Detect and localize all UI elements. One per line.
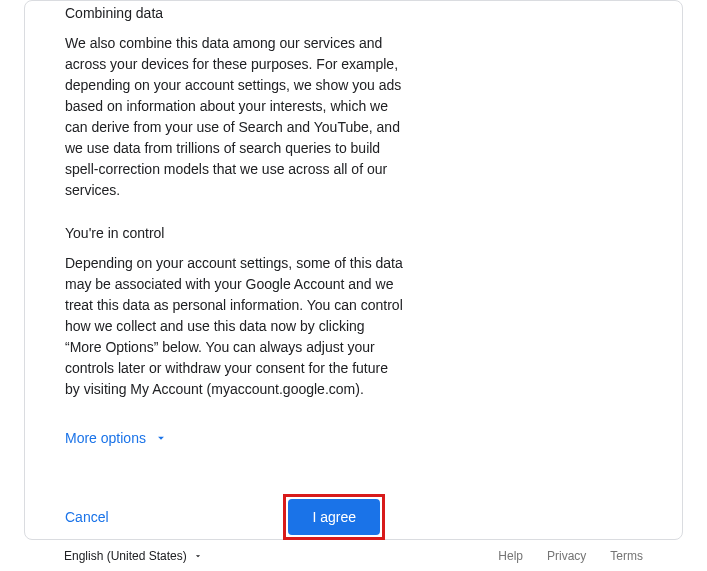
content-column: Combining data We also combine this data… (65, 1, 405, 540)
language-label: English (United States) (64, 549, 187, 563)
agree-button[interactable]: I agree (288, 499, 380, 535)
chevron-down-icon (154, 431, 168, 445)
section-body-control: Depending on your account settings, some… (65, 253, 405, 400)
action-row: Cancel I agree (65, 494, 385, 540)
signup-card: Combining data We also combine this data… (24, 0, 683, 540)
page-footer: English (United States) Help Privacy Ter… (24, 549, 683, 563)
cancel-button[interactable]: Cancel (65, 509, 109, 525)
section-heading-combining: Combining data (65, 1, 405, 21)
footer-link-help[interactable]: Help (498, 549, 523, 563)
footer-link-privacy[interactable]: Privacy (547, 549, 586, 563)
footer-link-terms[interactable]: Terms (610, 549, 643, 563)
footer-links: Help Privacy Terms (498, 549, 643, 563)
more-options-toggle[interactable]: More options (65, 430, 168, 446)
language-selector[interactable]: English (United States) (64, 549, 203, 563)
section-heading-control: You're in control (65, 225, 405, 241)
section-body-combining: We also combine this data among our serv… (65, 33, 405, 201)
more-options-label: More options (65, 430, 146, 446)
caret-down-icon (193, 551, 203, 561)
agree-highlight-box: I agree (283, 494, 385, 540)
